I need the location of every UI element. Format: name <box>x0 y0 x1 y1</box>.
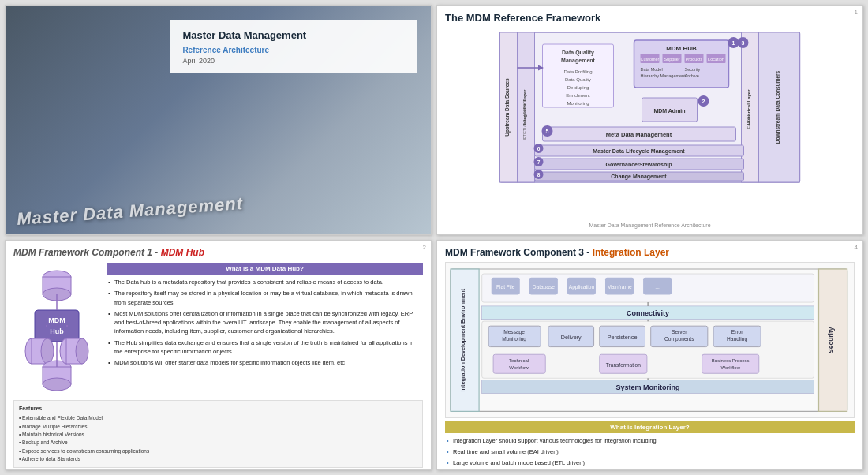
svg-text:IET/ETL/H-Pool/ESB/SOA: IET/ETL/H-Pool/ESB/SOA <box>523 99 527 140</box>
svg-text:Security: Security <box>685 67 701 72</box>
slide3-number: 2 <box>423 244 426 251</box>
svg-text:Flat File: Flat File <box>496 284 515 290</box>
svg-rect-111 <box>493 354 545 373</box>
svg-text:6: 6 <box>537 146 541 151</box>
svg-text:Location: Location <box>708 57 724 62</box>
svg-text:Master Data Lifecycle Manageme: Master Data Lifecycle Management <box>593 148 685 155</box>
slide3-feature-4: • Backup and Archive <box>19 439 417 447</box>
svg-text:Transformation: Transformation <box>606 362 642 368</box>
svg-text:Governance/Stewardship: Governance/Stewardship <box>605 162 672 168</box>
svg-text:Upstream Data Sources: Upstream Data Sources <box>504 78 511 137</box>
slide1-content: Master Data Management Reference Archite… <box>6 6 431 234</box>
svg-text:Technical: Technical <box>509 358 529 363</box>
svg-text:MDM Admin: MDM Admin <box>653 108 685 114</box>
svg-text:Meta Data Management: Meta Data Management <box>606 131 672 138</box>
slide4-bullet-3: Large volume and batch mode based (ETL d… <box>445 458 855 468</box>
svg-text:Integration Development Enviro: Integration Development Environment <box>459 288 466 391</box>
svg-text:Management: Management <box>561 58 595 64</box>
svg-text:Hierarchy Management: Hierarchy Management <box>641 73 687 78</box>
slide4-what-label: What is Integration Layer? <box>445 421 855 433</box>
slide-3: 2 MDM Framework Component 1 - MDM Hub MD… <box>5 240 432 470</box>
svg-text:Workflow: Workflow <box>720 365 740 370</box>
slide4-bullet-1: Integration Layer should support various… <box>445 436 855 446</box>
svg-point-76 <box>76 338 88 364</box>
svg-text:Security: Security <box>827 327 835 353</box>
slide2-number: 1 <box>855 9 858 16</box>
slide3-bullet-4: The Hub simplifies data exchange and ens… <box>107 338 423 357</box>
svg-text:Server: Server <box>672 329 687 335</box>
slide1-title-box: Master Data Management Reference Archite… <box>170 20 417 73</box>
svg-text:Data Quality: Data Quality <box>562 50 594 56</box>
slide4-bullet-2: Real time and small volume (EAI driven) <box>445 447 855 457</box>
svg-text:5: 5 <box>546 129 549 134</box>
svg-text:7: 7 <box>537 159 541 165</box>
svg-text:Database: Database <box>533 284 556 290</box>
slide3-bullet-2: The repository itself may be stored in a… <box>107 289 423 307</box>
slide4-title-dash: - <box>584 247 593 258</box>
svg-text:Components: Components <box>664 336 694 342</box>
svg-text:Data Quality: Data Quality <box>565 77 591 82</box>
svg-text:Business Process: Business Process <box>712 358 750 363</box>
slide3-diagram: MDM Hub <box>13 263 100 397</box>
svg-text:Handling: Handling <box>727 336 747 342</box>
slide1-subtitle: Reference Architecture <box>182 46 404 54</box>
svg-text:1: 1 <box>732 40 735 46</box>
slide1-date: April 2020 <box>182 57 404 65</box>
slide3-title-dash: - <box>152 247 161 258</box>
slide3-right: What is a MDM Data Hub? The Data hub is … <box>107 263 423 397</box>
svg-text:Archive: Archive <box>685 73 699 78</box>
svg-text:Enrichment: Enrichment <box>566 93 590 98</box>
svg-text:De-duping: De-duping <box>567 85 589 90</box>
svg-rect-116 <box>702 354 759 373</box>
framework-diagram: Upstream Data Sources Integration Layer … <box>445 28 855 194</box>
svg-text:Data Profiling: Data Profiling <box>563 69 592 74</box>
slide3-feature-2: • Manage Multiple Hierarchies <box>19 423 417 431</box>
slide4-diagram-area: Management Integration Development Envir… <box>445 262 855 418</box>
slide4-bullet-4: External service based integration (web … <box>445 469 855 470</box>
slide4-body: Management Integration Development Envir… <box>445 262 855 470</box>
slide1-watermark: Master Data Management <box>16 193 243 230</box>
slide-4: 4 MDM Framework Component 3 - Integratio… <box>436 240 863 470</box>
svg-text:2: 2 <box>702 99 705 104</box>
svg-text:Products: Products <box>686 57 703 62</box>
slide3-title: MDM Framework Component 1 - MDM Hub <box>13 247 423 258</box>
slide3-features: Features • Extensible and Flexible Data … <box>13 400 423 468</box>
svg-text:8: 8 <box>537 172 541 178</box>
svg-text:MDM HUB: MDM HUB <box>666 45 697 52</box>
svg-text:Supplier: Supplier <box>664 57 679 62</box>
svg-text:Change Management: Change Management <box>611 174 667 180</box>
slide3-bullet-3: Most MDM solutions offer centralization … <box>107 309 423 336</box>
svg-text:Customer: Customer <box>641 57 660 62</box>
slide3-bullets: The Data hub is a metadata repository th… <box>107 278 423 369</box>
slide1-main-title: Master Data Management <box>182 29 404 41</box>
svg-rect-62 <box>35 310 79 342</box>
slide4-title: MDM Framework Component 3 - Integration … <box>445 247 855 258</box>
svg-text:Persistence: Persistence <box>608 334 638 341</box>
slide3-title-prefix: MDM Framework Component 1 <box>13 247 152 258</box>
svg-point-67 <box>41 338 54 364</box>
slide3-feature-5: • Expose services to downstream consumin… <box>19 447 417 455</box>
slide3-feature-1: • Extensible and Flexible Data Model <box>19 414 417 422</box>
svg-text:...: ... <box>655 284 660 290</box>
slide4-title-prefix: MDM Framework Component 3 <box>445 247 584 258</box>
svg-text:Application: Application <box>569 284 595 290</box>
slide-1: Master Data Management Reference Archite… <box>5 5 432 235</box>
slide4-title-suffix: Integration Layer <box>593 247 669 258</box>
svg-text:Connectivity: Connectivity <box>627 309 669 317</box>
svg-text:Data Model: Data Model <box>641 67 663 72</box>
slide2-footer: Master Data Management Reference Archite… <box>445 223 855 228</box>
svg-text:Message: Message <box>503 329 525 335</box>
slide4-bullets: Integration Layer should support various… <box>445 436 855 470</box>
svg-point-70 <box>43 378 71 391</box>
svg-text:3: 3 <box>742 40 745 46</box>
slide3-feature-6: • Adhere to data Standards <box>19 455 417 463</box>
slide3-bullet-1: The Data hub is a metadata repository th… <box>107 278 423 286</box>
slide2-diagram: Upstream Data Sources Integration Layer … <box>445 28 855 220</box>
slide3-what-label: What is a MDM Data Hub? <box>107 263 423 275</box>
slide3-features-title: Features <box>19 404 417 413</box>
svg-text:Monitoring: Monitoring <box>502 336 526 342</box>
svg-text:MDM: MDM <box>48 316 65 324</box>
svg-text:Error: Error <box>731 329 743 335</box>
svg-text:Mainframe: Mainframe <box>607 284 632 290</box>
slide3-body: MDM Hub What <box>13 263 423 397</box>
